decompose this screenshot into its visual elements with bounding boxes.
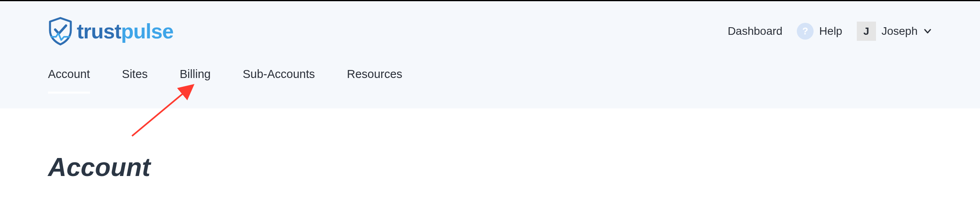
brand-logo[interactable]: trustpulse	[48, 17, 173, 46]
tab-billing[interactable]: Billing	[180, 68, 210, 83]
topbar: trustpulse Dashboard ? Help J Joseph	[0, 1, 980, 108]
nav-help[interactable]: ? Help	[797, 23, 842, 40]
tab-sites[interactable]: Sites	[122, 68, 148, 83]
header-right-nav: Dashboard ? Help J Joseph	[728, 22, 932, 41]
tab-account[interactable]: Account	[48, 68, 90, 83]
nav-dashboard-label: Dashboard	[728, 25, 782, 38]
chevron-down-icon	[923, 27, 932, 36]
user-name: Joseph	[882, 25, 918, 38]
avatar: J	[857, 22, 876, 41]
tab-resources[interactable]: Resources	[347, 68, 402, 83]
help-icon: ?	[797, 23, 814, 40]
nav-dashboard[interactable]: Dashboard	[728, 25, 782, 38]
header-row: trustpulse Dashboard ? Help J Joseph	[48, 1, 932, 53]
tab-subaccounts[interactable]: Sub-Accounts	[243, 68, 315, 83]
account-tabs: Account Sites Billing Sub-Accounts Resou…	[48, 53, 932, 97]
shield-check-icon	[48, 17, 73, 46]
page-title: Account	[0, 108, 980, 182]
nav-help-label: Help	[819, 25, 842, 38]
brand-part2: pulse	[121, 20, 174, 43]
avatar-initial: J	[863, 25, 869, 38]
brand-text: trustpulse	[77, 19, 173, 43]
user-menu[interactable]: J Joseph	[857, 22, 932, 41]
brand-part1: trust	[77, 20, 121, 43]
